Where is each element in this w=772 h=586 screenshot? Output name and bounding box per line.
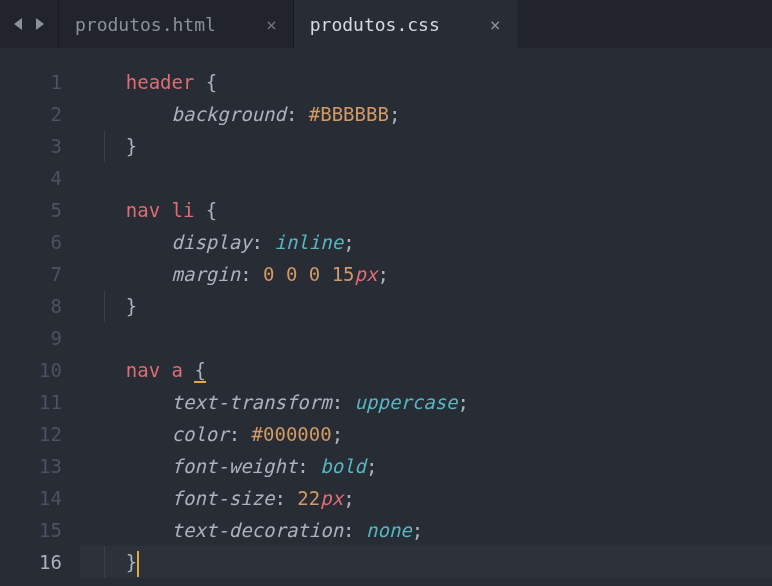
line-number: 2 <box>0 98 62 130</box>
line-number: 9 <box>0 322 62 354</box>
forward-icon[interactable] <box>32 16 48 32</box>
code-line: } <box>80 546 772 578</box>
line-number: 15 <box>0 514 62 546</box>
editor: 12345678910111213141516 header { backgro… <box>0 48 772 586</box>
tab-label: produtos.css <box>310 14 440 35</box>
line-number: 16 <box>0 546 62 578</box>
tab-bar: produtos.html×produtos.css× <box>0 0 772 48</box>
tab-produtos-html[interactable]: produtos.html× <box>58 0 293 48</box>
code-line: background: #BBBBBB; <box>80 98 772 130</box>
code-line: text-decoration: none; <box>80 514 772 546</box>
nav-arrows <box>0 0 58 48</box>
code-line: color: #000000; <box>80 418 772 450</box>
close-icon[interactable]: × <box>266 14 277 35</box>
tab-label: produtos.html <box>75 14 216 35</box>
code-line: } <box>80 290 772 322</box>
line-number: 3 <box>0 130 62 162</box>
line-number: 13 <box>0 450 62 482</box>
code-line: margin: 0 0 0 15px; <box>80 258 772 290</box>
code-line: display: inline; <box>80 226 772 258</box>
line-number: 12 <box>0 418 62 450</box>
code-line: font-size: 22px; <box>80 482 772 514</box>
line-number: 10 <box>0 354 62 386</box>
line-number: 6 <box>0 226 62 258</box>
code-line: nav li { <box>80 194 772 226</box>
code-line: } <box>80 130 772 162</box>
back-icon[interactable] <box>10 16 26 32</box>
gutter: 12345678910111213141516 <box>0 48 80 586</box>
code-line: font-weight: bold; <box>80 450 772 482</box>
code-line: text-transform: uppercase; <box>80 386 772 418</box>
tab-produtos-css[interactable]: produtos.css× <box>293 0 517 48</box>
code-area[interactable]: header { background: #BBBBBB; } nav li {… <box>80 48 772 586</box>
line-number: 8 <box>0 290 62 322</box>
code-line <box>80 162 772 194</box>
line-number: 7 <box>0 258 62 290</box>
code-line <box>80 322 772 354</box>
code-line: header { <box>80 66 772 98</box>
line-number: 1 <box>0 66 62 98</box>
line-number: 14 <box>0 482 62 514</box>
line-number: 5 <box>0 194 62 226</box>
tabs-container: produtos.html×produtos.css× <box>58 0 772 48</box>
close-icon[interactable]: × <box>490 14 501 35</box>
code-line: nav a { <box>80 354 772 386</box>
line-number: 11 <box>0 386 62 418</box>
cursor <box>137 551 139 577</box>
line-number: 4 <box>0 162 62 194</box>
